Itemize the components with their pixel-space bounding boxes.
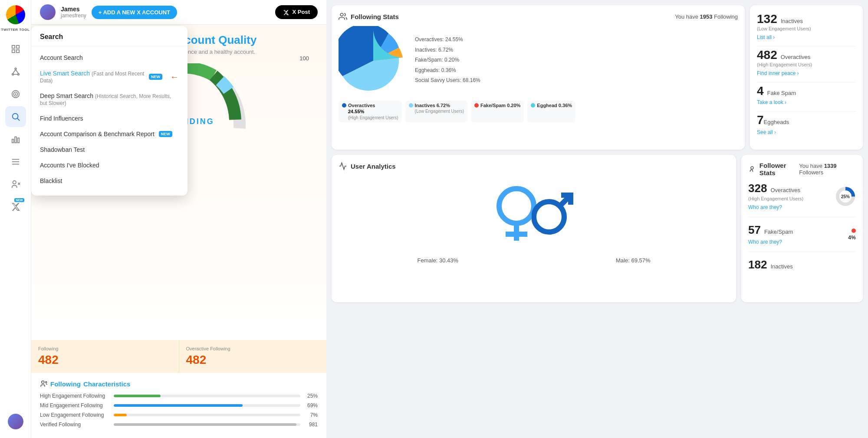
char-bar-bg-verified [114, 423, 300, 426]
eggheads-link[interactable]: See all › [757, 129, 776, 135]
stat-row-overactives: 482 Overactives (High Engagement Users) … [757, 48, 856, 82]
pie-chart-svg [339, 26, 408, 95]
dropdown-title: Search [31, 33, 187, 46]
char-bar-high [114, 395, 161, 397]
live-search-badge: NEW [149, 74, 162, 80]
dropdown-item-shadowban[interactable]: Shadowban Test [31, 142, 187, 157]
overactives-link[interactable]: Find inner peace › [757, 70, 799, 76]
svg-line-14 [17, 118, 20, 121]
char-bar-low [114, 414, 127, 416]
post-button[interactable]: X Post [275, 5, 318, 19]
bottom-panels: User Analytics [326, 155, 868, 307]
overactive-box-value: 482 [186, 353, 320, 367]
sidebar-item-search[interactable] [5, 106, 26, 127]
dropdown-item-influencers[interactable]: Find Influencers [31, 111, 187, 126]
follower-fake-number: 57 [748, 223, 761, 237]
female-stat: Female: 30.43% [417, 257, 458, 264]
svg-line-8 [16, 69, 18, 73]
sidebar-item-lists[interactable] [5, 151, 26, 172]
legend-inactives-item: Inactives 6.72% (Low Engagement Users) [405, 101, 467, 122]
dropdown-item-blocked[interactable]: Accounts I've Blocked [31, 157, 187, 173]
svg-line-7 [13, 69, 15, 73]
follower-fake-link[interactable]: Who are they? [748, 239, 782, 245]
char-bar-mid [114, 404, 243, 407]
follower-fake-row: 57 Fake/Spam Who are they? 4% [748, 223, 856, 252]
app-logo [6, 5, 25, 24]
overactive-box-label: Overactive Following [186, 346, 320, 351]
svg-point-32 [534, 202, 564, 232]
dropdown-item-live-search[interactable]: Live Smart Search (Fast and Most Recent … [31, 65, 187, 88]
user-analytics-card: User Analytics [332, 155, 736, 302]
legend-dot-light-blue [409, 103, 413, 108]
left-panel: James jamesfreny + ADD A NEW X ACCOUNT X… [31, 0, 326, 438]
follower-stats-title: Follower Stats [748, 162, 799, 177]
main-content: James jamesfreny + ADD A NEW X ACCOUNT X… [31, 0, 868, 438]
sidebar-item-home[interactable] [5, 39, 26, 59]
legend-overactives-item: Overactives 24.55% (High Engagement User… [339, 101, 402, 122]
dropdown-item-benchmark[interactable]: Account Comparison & Benchmark Report NE… [31, 126, 187, 142]
legend-dot-blue [342, 103, 346, 108]
svg-point-4 [15, 68, 16, 70]
char-title-suffix: Characteristics [83, 380, 130, 388]
char-row-high: High Engagement Following 25% [40, 393, 318, 399]
user-name: James [61, 6, 86, 13]
fake-link[interactable]: Take a look › [757, 99, 786, 105]
sidebar-item-target[interactable] [5, 84, 26, 105]
arrow-icon: ← [170, 72, 179, 82]
sidebar: TWITTER TOOL NEW [0, 0, 31, 438]
char-pct-high: 25% [305, 393, 318, 399]
new-badge: NEW [14, 198, 24, 202]
svg-point-28 [340, 13, 343, 16]
sidebar-item-analytics[interactable] [5, 129, 26, 150]
overactives-label: Overactives [781, 54, 811, 60]
following-stats-card: Following Stats You have 1953 Following [332, 5, 745, 150]
user-avatar-sidebar[interactable] [8, 414, 23, 429]
sidebar-item-users[interactable] [5, 174, 26, 195]
char-bar-verified [114, 423, 296, 426]
char-row-mid: Mid Engagement Following 69% [40, 402, 318, 409]
char-label-low: Low Engagement Following [40, 412, 109, 418]
follower-count-badge: You have 1339 Followers [799, 163, 856, 176]
legend-overactives: Overactives: 24.55% [415, 35, 480, 45]
panel-header: James jamesfreny + ADD A NEW X ACCOUNT X… [31, 0, 326, 25]
char-bar-bg-mid [114, 404, 300, 407]
svg-point-29 [499, 189, 534, 223]
dropdown-item-deep-search[interactable]: Deep Smart Search (Historical Search, Mo… [31, 88, 187, 111]
char-label-mid: Mid Engagement Following [40, 402, 109, 409]
svg-point-34 [751, 167, 753, 169]
dropdown-item-account-search[interactable]: Account Search [31, 50, 187, 65]
char-row-verified: Verified Following 981 [40, 422, 318, 428]
app-name: TWITTER TOOL [1, 28, 30, 32]
follower-overactives-number: 328 [748, 182, 767, 195]
svg-rect-0 [12, 46, 14, 48]
overactives-donut: 25% [835, 186, 856, 207]
inactives-link[interactable]: List all › [757, 34, 775, 40]
svg-rect-3 [16, 50, 19, 52]
inactives-sub: (Low Engagement Users) [757, 26, 811, 31]
legend-dot-teal [531, 103, 535, 108]
benchmark-badge: NEW [159, 131, 172, 137]
svg-point-26 [42, 381, 44, 383]
follower-stats-header: Follower Stats You have 1339 Followers [748, 162, 856, 177]
dropdown-item-blacklist[interactable]: Blacklist [31, 173, 187, 189]
user-info: James jamesfreny [61, 6, 86, 19]
follower-overactives-link[interactable]: Who are they? [748, 204, 782, 210]
gender-display [339, 176, 729, 254]
char-bar-bg-high [114, 395, 300, 397]
right-panels: Following Stats You have 1953 Following [326, 0, 868, 438]
stat-row-fake: 4 Fake Spam Take a look › [757, 84, 856, 111]
sidebar-item-network[interactable] [5, 61, 26, 82]
char-pct-low: 7% [305, 412, 318, 418]
overactives-sub: (High Engagement Users) [757, 62, 812, 67]
char-label-verified: Verified Following [40, 422, 109, 428]
following-stats-header: Following Stats You have 1953 Following [339, 12, 738, 21]
stat-row-eggheads: 7 Eggheads See all › [757, 113, 856, 141]
follower-inactives-number: 182 [748, 258, 767, 271]
following-count-badge: You have 1953 Following [675, 13, 738, 20]
sidebar-item-x[interactable]: NEW [5, 196, 26, 217]
pie-area: Overactives: 24.55% Inactives: 6.72% Fak… [339, 26, 738, 95]
add-account-button[interactable]: + ADD A NEW X ACCOUNT [92, 6, 177, 19]
legend-fake-item: Fake/Spam 0.20% [471, 101, 524, 122]
char-title-prefix: Following [50, 380, 81, 388]
following-stats-title: Following Stats [339, 12, 399, 21]
